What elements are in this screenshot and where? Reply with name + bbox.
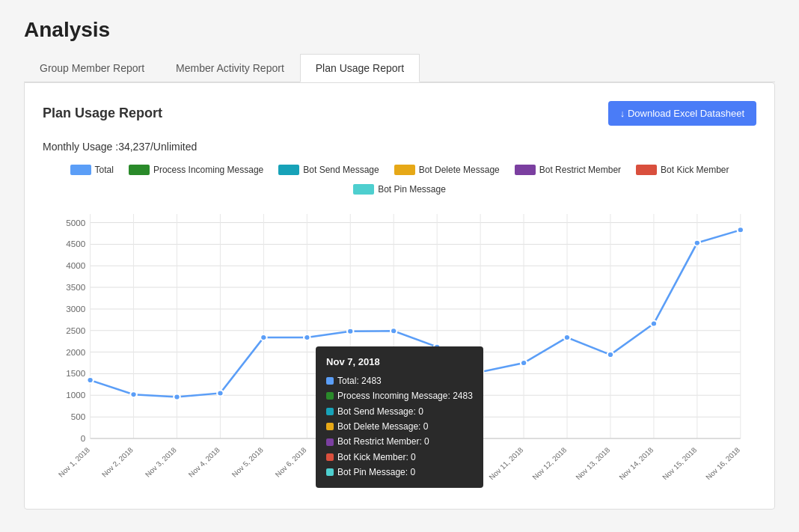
legend-label: Process Incoming Message bbox=[153, 165, 263, 175]
page-container: Analysis Group Member Report Member Acti… bbox=[0, 0, 799, 528]
legend-label: Bot Kick Member bbox=[661, 165, 729, 175]
legend-color-swatch bbox=[70, 165, 91, 175]
svg-text:Nov 2, 2018: Nov 2, 2018 bbox=[100, 446, 135, 479]
report-card: Plan Usage Report ↓ Download Excel Datas… bbox=[24, 82, 775, 510]
svg-text:Nov 9, 2018: Nov 9, 2018 bbox=[403, 446, 438, 479]
download-button[interactable]: ↓ Download Excel Datasheet bbox=[608, 101, 756, 126]
svg-point-68 bbox=[651, 321, 657, 327]
svg-text:Nov 4, 2018: Nov 4, 2018 bbox=[187, 446, 221, 479]
svg-text:5000: 5000 bbox=[66, 218, 85, 227]
svg-point-56 bbox=[130, 391, 136, 397]
legend-label: Bot Delete Message bbox=[419, 165, 500, 175]
chart-area: 0500100015002000250030003500400045005000… bbox=[43, 207, 756, 491]
card-header: Plan Usage Report ↓ Download Excel Datas… bbox=[43, 101, 756, 126]
svg-text:500: 500 bbox=[71, 412, 85, 421]
legend-label: Bot Restrict Member bbox=[539, 165, 621, 175]
svg-text:Nov 12, 2018: Nov 12, 2018 bbox=[530, 446, 568, 481]
svg-point-61 bbox=[347, 328, 353, 334]
svg-point-57 bbox=[174, 394, 180, 400]
svg-text:Nov 5, 2018: Nov 5, 2018 bbox=[230, 446, 265, 479]
svg-text:1500: 1500 bbox=[66, 370, 85, 379]
svg-text:2000: 2000 bbox=[66, 348, 85, 357]
svg-point-58 bbox=[217, 390, 223, 396]
tab-plan-usage[interactable]: Plan Usage Report bbox=[300, 54, 420, 82]
tab-group-member[interactable]: Group Member Report bbox=[24, 54, 160, 82]
legend-item: Bot Kick Member bbox=[636, 165, 729, 175]
svg-point-69 bbox=[694, 240, 700, 246]
legend-label: Bot Send Message bbox=[303, 165, 379, 175]
tab-bar: Group Member Report Member Activity Repo… bbox=[24, 54, 775, 82]
svg-point-55 bbox=[87, 377, 93, 383]
legend-color-swatch bbox=[353, 184, 374, 195]
svg-point-62 bbox=[391, 328, 397, 334]
svg-point-59 bbox=[260, 334, 266, 340]
svg-text:Nov 7, 2018: Nov 7, 2018 bbox=[316, 446, 351, 479]
svg-text:1000: 1000 bbox=[66, 391, 85, 400]
svg-text:Nov 11, 2018: Nov 11, 2018 bbox=[487, 446, 524, 481]
svg-point-60 bbox=[304, 334, 310, 340]
svg-text:Nov 8, 2018: Nov 8, 2018 bbox=[360, 446, 394, 479]
svg-text:Nov 10, 2018: Nov 10, 2018 bbox=[444, 446, 481, 481]
svg-text:2500: 2500 bbox=[66, 326, 85, 335]
legend-color-swatch bbox=[515, 165, 536, 175]
svg-text:Nov 6, 2018: Nov 6, 2018 bbox=[273, 446, 307, 479]
svg-point-70 bbox=[738, 227, 744, 233]
svg-text:3500: 3500 bbox=[66, 283, 85, 292]
legend-item: Bot Restrict Member bbox=[515, 165, 621, 175]
line-chart: 0500100015002000250030003500400045005000… bbox=[43, 207, 756, 491]
page-title: Analysis bbox=[24, 18, 775, 42]
card-title: Plan Usage Report bbox=[43, 106, 162, 121]
legend-item: Process Incoming Message bbox=[129, 165, 263, 175]
svg-point-64 bbox=[477, 369, 483, 375]
svg-text:4000: 4000 bbox=[66, 262, 85, 271]
legend-label: Total bbox=[95, 165, 114, 175]
legend-color-swatch bbox=[129, 165, 150, 175]
svg-point-65 bbox=[521, 360, 527, 366]
svg-point-63 bbox=[434, 344, 440, 350]
legend-color-swatch bbox=[394, 165, 415, 175]
tab-member-activity[interactable]: Member Activity Report bbox=[160, 54, 300, 82]
svg-point-66 bbox=[564, 334, 570, 340]
legend-color-swatch bbox=[278, 165, 299, 175]
svg-text:0: 0 bbox=[81, 434, 85, 443]
legend-item: Bot Pin Message bbox=[353, 184, 446, 195]
svg-text:4500: 4500 bbox=[66, 240, 85, 249]
legend-item: Total bbox=[70, 165, 114, 175]
monthly-usage-label: Monthly Usage :34,237/Unlimited bbox=[43, 141, 756, 153]
svg-text:Nov 14, 2018: Nov 14, 2018 bbox=[617, 446, 655, 481]
svg-text:Nov 16, 2018: Nov 16, 2018 bbox=[704, 446, 741, 481]
svg-text:Nov 15, 2018: Nov 15, 2018 bbox=[661, 446, 698, 481]
legend-item: Bot Send Message bbox=[278, 165, 379, 175]
chart-legend: TotalProcess Incoming MessageBot Send Me… bbox=[43, 165, 756, 195]
svg-point-67 bbox=[607, 352, 613, 358]
legend-item: Bot Delete Message bbox=[394, 165, 500, 175]
legend-color-swatch bbox=[636, 165, 657, 175]
legend-label: Bot Pin Message bbox=[378, 184, 446, 195]
chart-container: 0500100015002000250030003500400045005000… bbox=[43, 207, 756, 491]
svg-text:3000: 3000 bbox=[66, 305, 85, 314]
svg-text:Nov 13, 2018: Nov 13, 2018 bbox=[574, 446, 611, 481]
svg-text:Nov 1, 2018: Nov 1, 2018 bbox=[57, 446, 91, 479]
svg-text:Nov 3, 2018: Nov 3, 2018 bbox=[144, 446, 178, 479]
